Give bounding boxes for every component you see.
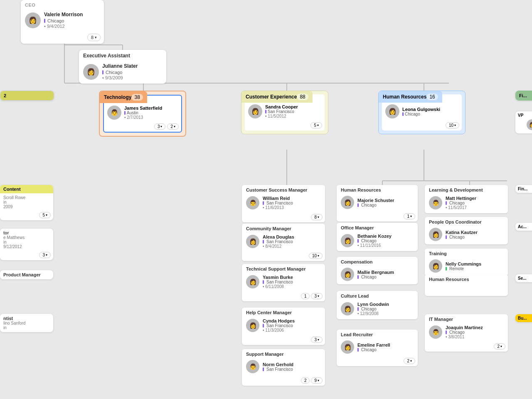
vp-cx-name: Sandra Cooper (265, 104, 298, 109)
hr-name: Human Resources (383, 94, 426, 100)
exec-assistant-avatar: 👩 (83, 64, 99, 80)
ld-mgr-location: Chicago (446, 201, 476, 205)
poc-name: Katina Kautzer (446, 230, 478, 235)
compensation-card[interactable]: Compensation 👩 Mallie Bergnaum Chicago (337, 257, 418, 284)
hcm-title: Help Center Manager (242, 308, 325, 317)
poc-title: People Ops Coordinator (425, 217, 508, 226)
ld-mgr-title: Learning & Development (425, 185, 508, 194)
office-mgr-avatar: 👩 (341, 234, 354, 247)
culture-lead-location: Chicago (357, 307, 389, 311)
tsm-count-b[interactable]: 3 (311, 293, 323, 299)
partial-bu-role: Bu... (515, 314, 532, 322)
partial-fin-role1: Fin... (515, 185, 532, 193)
csm-name: William Reid (263, 196, 293, 201)
vp-hr-avatar: 👩 (385, 104, 399, 118)
exec-assistant-title: Executive Assistant (79, 50, 166, 61)
it-mgr-location: Chicago (446, 330, 483, 335)
vp-hr-name: Leona Gulgowski (402, 107, 440, 112)
vp-tech-count-b[interactable]: 2 (167, 123, 179, 130)
partial-content-card: Content Scroll Rowe in 2009 5 (0, 185, 53, 220)
office-mgr-location: Chicago (357, 239, 392, 243)
csm-count[interactable]: 8 (311, 214, 323, 220)
support-mgr-avatar: 👨 (246, 360, 259, 373)
it-mgr-card[interactable]: IT Manager 👨 Joaquin Martinez Chicago • … (425, 314, 508, 352)
vp-tech-location: Austin (124, 111, 162, 115)
it-mgr-name: Joaquin Martinez (446, 325, 483, 330)
culture-lead-title: Culture Lead (337, 291, 418, 300)
ceo-card[interactable]: CEO 👩 Valerie Morrison Chicago • 9/4/201… (21, 0, 104, 44)
exec-assistant-card[interactable]: Executive Assistant 👩 Julianne Slater Ch… (79, 50, 166, 84)
ld-mgr-name: Matt Hettinger (446, 196, 476, 201)
csm-card[interactable]: Customer Success Manager 👨 William Reid … (242, 185, 325, 222)
office-mgr-date: • 11/11/2016 (357, 243, 392, 248)
hcm-card[interactable]: Help Center Manager 👩 Cynda Hodges San F… (242, 308, 325, 345)
training-card[interactable]: Training 👩 Nelly Cummings Remote (425, 249, 508, 276)
hr-mgr-avatar: 👩 (341, 196, 354, 209)
poc-location: Chicago (446, 235, 478, 239)
support-mgr-count-b[interactable]: 9 (311, 377, 323, 384)
it-mgr-title: IT Manager (425, 314, 508, 323)
hcm-date: • 11/3/2006 (263, 328, 295, 332)
partial-specialist-card: ntist lino Sanford in (0, 314, 53, 332)
tsm-card[interactable]: Technical Support Manager 👩 Yasmin Burke… (242, 264, 325, 301)
partial-ac-role: Ac... (515, 223, 532, 231)
exec-assistant-date: • 9/3/2009 (102, 75, 138, 80)
partial-role2-card: tor e Matthews in 9/12/2012 3 (0, 229, 53, 260)
hcm-avatar: 👩 (246, 319, 259, 332)
ceo-count[interactable]: 8 (87, 34, 101, 41)
ld-mgr-card[interactable]: Learning & Development 👨 Matt Hettinger … (425, 185, 508, 213)
support-mgr-card[interactable]: Support Manager 👨 Norm Gerhold San Franc… (242, 349, 325, 386)
poc-card[interactable]: People Ops Coordinator 👩 Katina Kautzer … (425, 217, 508, 244)
cm-location: San Francisco (263, 239, 294, 244)
office-mgr-card[interactable]: Office Manager 👩 Bethanie Kozey Chicago … (337, 223, 418, 251)
support-mgr-name: Norm Gerhold (263, 362, 293, 367)
tsm-title: Technical Support Manager (242, 264, 325, 273)
partial-count1[interactable]: 5 (39, 212, 51, 218)
hr-count: 16 (426, 94, 438, 100)
ceo-date: • 9/4/2012 (44, 24, 83, 29)
partial-se-role: Se... (515, 274, 532, 282)
recruiter-avatar: 👩 (341, 340, 354, 354)
hr-mgr-count[interactable]: 1 (404, 213, 415, 219)
compensation-name: Mallie Bergnaum (357, 270, 394, 275)
cx-dept-header: Customer Experience 88 (241, 91, 313, 103)
cm-date: • 8/4/2012 (263, 244, 294, 249)
technology-name: Technology (104, 94, 131, 100)
support-mgr-count-a[interactable]: 2 (301, 377, 310, 384)
cm-card[interactable]: Community Manager 👩 Alexa Douglas San Fr… (242, 224, 325, 261)
cx-dept: Customer Experience 88 VP of Customer Ex… (241, 91, 328, 134)
it-mgr-date: • 3/8/2011 (446, 335, 483, 339)
support-mgr-title: Support Manager (242, 349, 325, 358)
cm-name: Alexa Douglas (263, 234, 294, 239)
cm-count[interactable]: 10 (309, 253, 323, 259)
hr-mgr-name: Majorie Schuster (357, 198, 394, 203)
hr2-card[interactable]: Human Resources (425, 274, 508, 296)
tsm-date: • 6/11/2008 (263, 284, 293, 289)
exec-assistant-name: Julianne Slater (102, 63, 138, 69)
cx-count: 88 (297, 94, 308, 100)
it-mgr-count[interactable]: 2 (494, 343, 505, 350)
ceo-name: Valerie Morrison (44, 12, 83, 17)
partial-count2[interactable]: 3 (39, 252, 51, 258)
compensation-location: Chicago (357, 275, 394, 279)
recruiter-card[interactable]: Lead Recruiter 👩 Emeline Farrell Chicago… (337, 330, 418, 366)
tsm-name: Yasmin Burke (263, 275, 293, 280)
tsm-count-a[interactable]: 1 (301, 293, 310, 299)
office-mgr-name: Bethanie Kozey (357, 234, 392, 239)
hcm-count[interactable]: 3 (311, 337, 323, 343)
recruiter-name: Emeline Farrell (357, 342, 390, 347)
cm-avatar: 👩 (246, 235, 259, 248)
vp-cx-count[interactable]: 5 (310, 122, 322, 128)
recruiter-count[interactable]: 2 (404, 358, 415, 364)
vp-hr-count[interactable]: 10 (446, 122, 459, 128)
cx-name: Customer Experience (246, 94, 297, 100)
hr-mgr-title: Human Resources (337, 185, 418, 194)
vp-tech-count-a[interactable]: 3 (154, 123, 166, 130)
vp-cx-avatar: 👩 (248, 104, 262, 118)
culture-lead-card[interactable]: Culture Lead 👩 Lynn Goodwin Chicago • 12… (337, 291, 418, 319)
ceo-location: Chicago (44, 18, 83, 23)
poc-avatar: 👩 (429, 228, 442, 241)
technology-dept: Technology 38 VP of Technology 👨 James S… (99, 91, 186, 137)
hr-mgr-card[interactable]: Human Resources 👩 Majorie Schuster Chica… (337, 185, 418, 222)
ld-mgr-avatar: 👨 (429, 196, 442, 209)
